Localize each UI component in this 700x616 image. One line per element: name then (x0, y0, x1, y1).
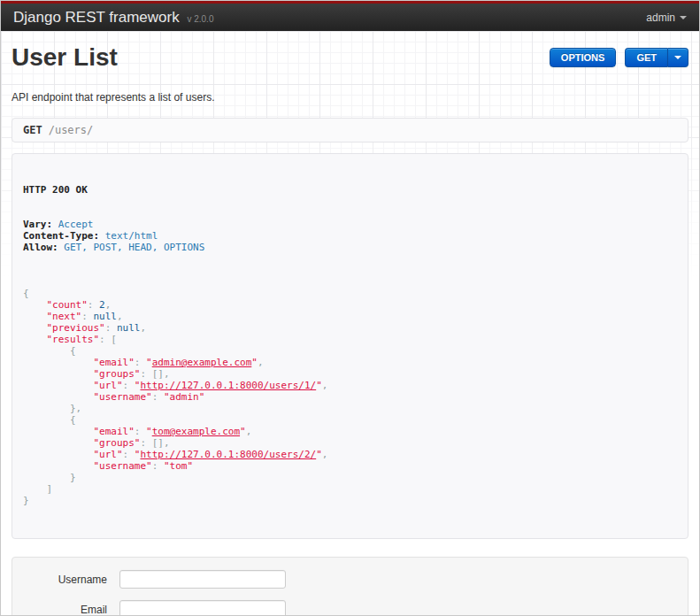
page-header: User List OPTIONS GET (12, 43, 688, 72)
response-header-line: Allow: GET, POST, HEAD, OPTIONS (23, 242, 677, 253)
form-rows: UsernameEmailGroups (12, 570, 688, 616)
brand-version: v 2.0.0 (187, 14, 213, 24)
response-body-line: "results": [ (23, 334, 677, 345)
request-bar: GET/users/ (12, 118, 688, 142)
response-body-line: } (23, 495, 677, 506)
response-body-line: "next": null, (23, 311, 677, 322)
user-menu-dropdown[interactable]: admin (646, 12, 687, 24)
post-form-panel: UsernameEmailGroups POST (12, 557, 688, 616)
chevron-down-icon (680, 16, 687, 19)
response-link[interactable]: tom@example.com (152, 426, 240, 437)
response-body-line: "email": "tom@example.com", (23, 426, 677, 437)
get-dropdown-button[interactable] (667, 48, 688, 67)
username-label: Username (12, 574, 119, 586)
response-body-line: "username": "tom" (23, 460, 677, 472)
response-pane: HTTP 200 OK Vary: AcceptContent-Type: te… (12, 153, 688, 539)
response-header-line: Vary: Accept (23, 219, 677, 230)
header-buttons: OPTIONS GET (550, 48, 688, 67)
page-title: User List (12, 43, 118, 72)
response-header-line: Content-Type: text/html (23, 230, 677, 242)
response-link[interactable]: http://127.0.0.1:8000/users/2/ (140, 449, 316, 460)
request-method: GET (23, 124, 42, 136)
response-body-line: "url": "http://127.0.0.1:8000/users/2/", (23, 449, 677, 460)
response-body-line: } (23, 472, 677, 483)
response-body-line: ] (23, 483, 677, 495)
email-input[interactable] (119, 600, 286, 616)
request-path: /users/ (49, 124, 94, 136)
form-field-row: Username (12, 570, 688, 589)
response-status-line: HTTP 200 OK (23, 184, 677, 196)
response-body-line: "username": "admin" (23, 391, 677, 403)
response-body-line: { (23, 345, 677, 357)
response-body-line: { (23, 414, 677, 426)
user-menu-label: admin (646, 12, 675, 24)
response-body-line: { (23, 288, 677, 299)
response-body-line: "previous": null, (23, 322, 677, 334)
response-headers: Vary: AcceptContent-Type: text/htmlAllow… (23, 219, 677, 253)
email-label: Email (12, 604, 119, 616)
response-body-line: "email": "admin@example.com", (23, 357, 677, 368)
get-button[interactable]: GET (625, 48, 667, 67)
endpoint-description: API endpoint that represents a list of u… (12, 91, 688, 104)
page: { "navbar": { "brand": "Django REST fram… (0, 0, 700, 616)
username-input[interactable] (119, 570, 286, 589)
get-split-button: GET (625, 48, 688, 67)
chevron-down-icon (674, 56, 681, 59)
response-body-line: "count": 2, (23, 299, 677, 311)
response-body-line: }, (23, 403, 677, 414)
response-link[interactable]: admin@example.com (152, 357, 252, 368)
form-field-row: Email (12, 600, 688, 616)
response-body-line: "url": "http://127.0.0.1:8000/users/1/", (23, 380, 677, 391)
response-link[interactable]: http://127.0.0.1:8000/users/1/ (140, 380, 316, 391)
response-body-line: "groups": [], (23, 437, 677, 449)
response-body: { "count": 2, "next": null, "previous": … (23, 288, 677, 506)
response-body-line: "groups": [], (23, 368, 677, 380)
navbar: Django REST framework v 2.0.0 admin (1, 1, 699, 31)
brand: Django REST framework v 2.0.0 (13, 9, 213, 27)
options-button[interactable]: OPTIONS (550, 48, 617, 67)
brand-title: Django REST framework (13, 9, 180, 26)
